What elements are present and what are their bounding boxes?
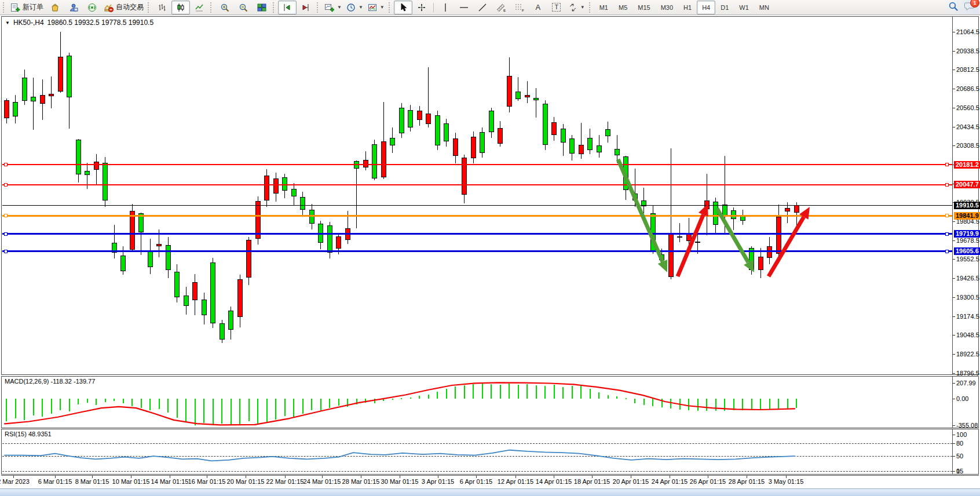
candle-body[interactable] [776, 217, 781, 254]
crosshair-tool-button[interactable] [412, 1, 431, 14]
candle-body[interactable] [543, 104, 548, 145]
candle-body[interactable] [489, 111, 494, 132]
candle-body[interactable] [309, 210, 315, 223]
line-handle[interactable] [945, 214, 949, 217]
candle-body[interactable] [561, 129, 566, 142]
candle-body[interactable] [597, 145, 602, 152]
candle-body[interactable] [677, 236, 682, 238]
time-axis[interactable]: 2 Mar 20236 Mar 01:158 Mar 01:1510 Mar 0… [1, 475, 979, 488]
line-handle[interactable] [945, 232, 949, 236]
horizontal-line-tool-button[interactable] [455, 1, 473, 14]
candle-body[interactable] [507, 76, 512, 107]
vertical-line-tool-button[interactable] [436, 1, 455, 14]
candle-body[interactable] [758, 257, 763, 270]
timeframe-button-m1[interactable]: M1 [594, 1, 613, 14]
candle-body[interactable] [300, 197, 305, 210]
candle-body[interactable] [130, 211, 135, 250]
auto-trading-button[interactable]: 自动交易 [101, 1, 146, 14]
tile-windows-button[interactable] [253, 1, 271, 14]
candle-body[interactable] [148, 251, 153, 267]
line-handle[interactable] [4, 163, 8, 166]
fibonacci-tool-button[interactable]: F [510, 1, 529, 14]
toolbar-grip[interactable] [210, 2, 214, 13]
candle-body[interactable] [390, 138, 395, 145]
candle-body[interactable] [291, 189, 297, 196]
toolbar-grip[interactable] [317, 2, 320, 13]
candle-body[interactable] [695, 242, 700, 243]
toolbar-grip[interactable] [273, 2, 276, 13]
candle-body[interactable] [533, 98, 539, 100]
candle-body[interactable] [67, 56, 72, 97]
trendline-tool-button[interactable] [473, 1, 492, 14]
candle-body[interactable] [551, 122, 557, 134]
candle-body[interactable] [399, 108, 404, 133]
candle-body[interactable] [462, 158, 467, 195]
candle-body[interactable] [103, 163, 108, 200]
candle-body[interactable] [156, 244, 162, 246]
bar-chart-button[interactable] [153, 1, 171, 14]
candle-body[interactable] [94, 162, 99, 170]
line-handle[interactable] [4, 183, 8, 187]
candlestick-chart-button[interactable] [171, 1, 190, 14]
candle-body[interactable] [174, 272, 180, 297]
text-label-tool-button[interactable]: T [547, 1, 566, 14]
candle-body[interactable] [220, 323, 225, 340]
toolbar-grip[interactable] [389, 2, 392, 13]
zoom-in-button[interactable] [215, 1, 234, 14]
metaeditor-button[interactable] [64, 1, 83, 14]
candle-body[interactable] [264, 176, 269, 200]
collapse-icon[interactable]: ▼ [5, 20, 10, 25]
candle-body[interactable] [579, 145, 584, 154]
line-handle[interactable] [4, 232, 8, 236]
candle-body[interactable] [202, 300, 207, 315]
candle-body[interactable] [615, 149, 620, 155]
horizontal-line-object[interactable] [2, 184, 952, 185]
candle-body[interactable] [22, 78, 27, 101]
market-watch-button[interactable] [46, 1, 64, 14]
chat-button[interactable]: 1 [964, 1, 975, 13]
news-radio-button[interactable] [83, 1, 101, 14]
candle-body[interactable] [210, 262, 215, 323]
candle-body[interactable] [184, 296, 189, 307]
candle-body[interactable] [85, 171, 90, 175]
candle-body[interactable] [336, 236, 341, 249]
horizontal-line-object[interactable] [2, 250, 952, 252]
candle-body[interactable] [417, 111, 422, 120]
cursor-tool-button[interactable] [394, 1, 412, 14]
line-handle[interactable] [945, 250, 949, 253]
macd-panel[interactable]: MACD(12,26,9) -118.32 -139.77 207.990.00… [1, 376, 979, 428]
candle-body[interactable] [327, 225, 332, 253]
candle-body[interactable] [471, 137, 476, 158]
chart-shift-button[interactable] [278, 1, 297, 14]
candle-body[interactable] [13, 102, 18, 117]
candle-body[interactable] [166, 245, 171, 269]
toolbar-grip[interactable] [148, 2, 151, 13]
line-handle[interactable] [4, 214, 8, 217]
channel-tool-button[interactable]: E [492, 1, 510, 14]
candle-body[interactable] [76, 140, 81, 174]
candle-body[interactable] [569, 138, 575, 154]
candle-body[interactable] [381, 141, 386, 177]
candle-body[interactable] [426, 114, 431, 124]
timeframe-button-h1[interactable]: H1 [678, 1, 697, 14]
horizontal-line-object[interactable] [2, 164, 952, 165]
candle-body[interactable] [435, 115, 440, 145]
candle-body[interactable] [480, 132, 485, 153]
arrows-tool-button[interactable]: ▼ [566, 1, 587, 14]
candle-body[interactable] [668, 234, 674, 277]
new-order-button[interactable]: 新订单 [8, 1, 46, 14]
candle-body[interactable] [4, 100, 9, 118]
timeframe-button-m5[interactable]: M5 [613, 1, 632, 14]
candle-body[interactable] [408, 110, 413, 127]
candle-body[interactable] [444, 123, 449, 141]
candle-body[interactable] [515, 92, 521, 99]
candle-body[interactable] [228, 311, 233, 329]
main-chart-panel[interactable]: ▼ HK50-,H4 19860.5 19932.5 19778.5 19910… [1, 16, 979, 375]
periods-clock-button[interactable]: ▼ [344, 1, 365, 14]
zoom-out-button[interactable] [234, 1, 253, 14]
timeframe-button-mn[interactable]: MN [754, 1, 774, 14]
candle-body[interactable] [686, 234, 692, 241]
new-chart-button[interactable]: ▼ [322, 1, 344, 14]
candle-body[interactable] [785, 208, 790, 211]
candle-body[interactable] [40, 95, 45, 104]
